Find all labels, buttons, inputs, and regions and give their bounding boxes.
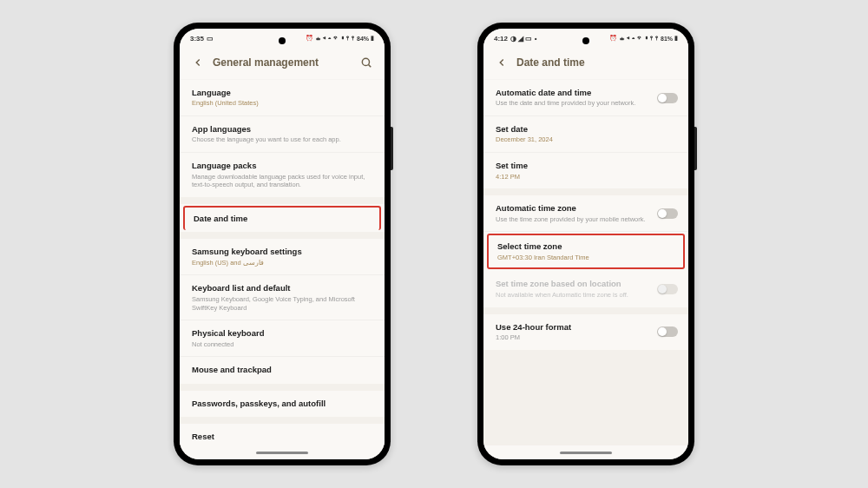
toggle[interactable] [657, 208, 678, 219]
nav-bar [180, 445, 385, 459]
item-sub: English (United States) [192, 99, 372, 108]
item-title: Physical keyboard [192, 328, 372, 339]
item-sub: GMT+03:30 Iran Standard Time [497, 254, 674, 262]
item-reset[interactable]: Reset [180, 424, 385, 445]
battery-icon: ▮ [674, 35, 678, 42]
item-app-languages[interactable]: App languages Choose the language you wa… [180, 116, 385, 153]
svg-line-1 [369, 65, 372, 68]
status-time: 4:12 [494, 35, 508, 43]
item-samsung-keyboard[interactable]: Samsung keyboard settings English (US) a… [180, 239, 385, 275]
header: General management [180, 48, 385, 80]
item-sub: December 31, 2024 [496, 135, 676, 144]
item-title: Set time zone based on location [496, 279, 676, 289]
item-title: Samsung keyboard settings [192, 247, 372, 257]
item-title: Select time zone [497, 241, 674, 252]
nav-pill[interactable] [256, 452, 308, 454]
item-keyboard-list[interactable]: Keyboard list and default Samsung Keyboa… [180, 275, 385, 320]
item-sub: Not connected [192, 340, 372, 349]
status-app-icon: ▭ [207, 35, 214, 43]
toggle[interactable] [657, 93, 678, 103]
item-tz-location: Set time zone based on location Not avai… [483, 271, 688, 307]
item-sub: Use the date and time provided by your n… [496, 99, 676, 108]
item-title: Use 24-hour format [496, 322, 676, 333]
item-set-time[interactable]: Set time 4:12 PM [483, 153, 688, 188]
item-title: Reset [192, 432, 372, 442]
item-language-packs[interactable]: Language packs Manage downloadable langu… [180, 153, 385, 197]
item-title: Date and time [194, 214, 371, 224]
item-sub: Samsung Keyboard, Google Voice Typing, a… [192, 295, 372, 313]
item-title: Automatic date and time [496, 88, 676, 98]
battery-icon: ▮ [371, 35, 374, 42]
item-language[interactable]: Language English (United States) [180, 80, 385, 116]
status-icons: ⏰ ⚮ ◀ ▵ ᯤ ▮ ⫯ ⫯ [609, 35, 659, 42]
search-icon[interactable] [360, 56, 372, 69]
settings-list: Language English (United States) App lan… [180, 80, 385, 445]
item-sub: English (US) and فارسی [192, 259, 372, 267]
settings-list: Automatic date and time Use the date and… [483, 80, 688, 445]
status-icons: ⏰ ⚮ ◀ ▵ ᯤ ▮ ⫯ ⫯ [306, 35, 355, 42]
back-icon[interactable] [192, 56, 204, 69]
item-sub: Choose the language you want to use for … [192, 135, 372, 144]
nav-bar [483, 445, 688, 459]
header-title: Date and time [516, 56, 676, 69]
toggle [657, 284, 678, 294]
item-physical-keyboard[interactable]: Physical keyboard Not connected [180, 320, 385, 357]
item-title: Keyboard list and default [192, 283, 372, 293]
item-sub: Use the time zone provided by your mobil… [496, 215, 676, 224]
item-title: Mouse and trackpad [192, 365, 372, 375]
item-title: Passwords, passkeys, and autofill [192, 399, 372, 409]
item-select-time-zone[interactable]: Select time zone GMT+03:30 Iran Standard… [487, 234, 685, 269]
item-mouse-trackpad[interactable]: Mouse and trackpad [180, 357, 385, 383]
status-battery: 84% [357, 36, 369, 42]
item-title: Automatic time zone [496, 203, 676, 214]
header-title: General management [213, 56, 352, 69]
item-sub: 4:12 PM [496, 173, 676, 181]
phone-right: 4:12 ◑ ◢ ▭ • ⏰ ⚮ ◀ ▵ ᯤ ▮ ⫯ ⫯ 81% ▮ Date … [477, 23, 694, 465]
item-title: Language [192, 88, 372, 98]
item-auto-time-zone[interactable]: Automatic time zone Use the time zone pr… [483, 195, 688, 232]
item-passwords[interactable]: Passwords, passkeys, and autofill [180, 391, 385, 417]
item-title: App languages [192, 124, 372, 135]
item-24hour[interactable]: Use 24-hour format 1:00 PM [483, 314, 688, 350]
status-battery: 81% [661, 36, 673, 42]
item-auto-date-time[interactable]: Automatic date and time Use the date and… [483, 80, 688, 116]
toggle[interactable] [657, 326, 678, 337]
status-time: 3:35 [190, 35, 204, 43]
camera-hole [279, 37, 286, 44]
item-title: Set date [496, 124, 676, 135]
back-icon[interactable] [496, 56, 508, 69]
item-sub: 1:00 PM [496, 333, 676, 342]
item-sub: Not available when Automatic time zone i… [496, 291, 676, 300]
status-app-icons: ◑ ◢ ▭ • [510, 35, 536, 43]
svg-point-0 [362, 58, 369, 65]
item-date-and-time[interactable]: Date and time [183, 206, 381, 230]
item-set-date[interactable]: Set date December 31, 2024 [483, 116, 688, 153]
nav-pill[interactable] [560, 452, 612, 454]
header: Date and time [483, 48, 688, 80]
item-sub: Manage downloadable language packs used … [192, 173, 372, 190]
item-title: Language packs [192, 161, 372, 171]
phone-left: 3:35 ▭ ⏰ ⚮ ◀ ▵ ᯤ ▮ ⫯ ⫯ 84% ▮ General man… [174, 23, 391, 465]
item-title: Set time [496, 161, 676, 171]
camera-hole [582, 37, 589, 44]
